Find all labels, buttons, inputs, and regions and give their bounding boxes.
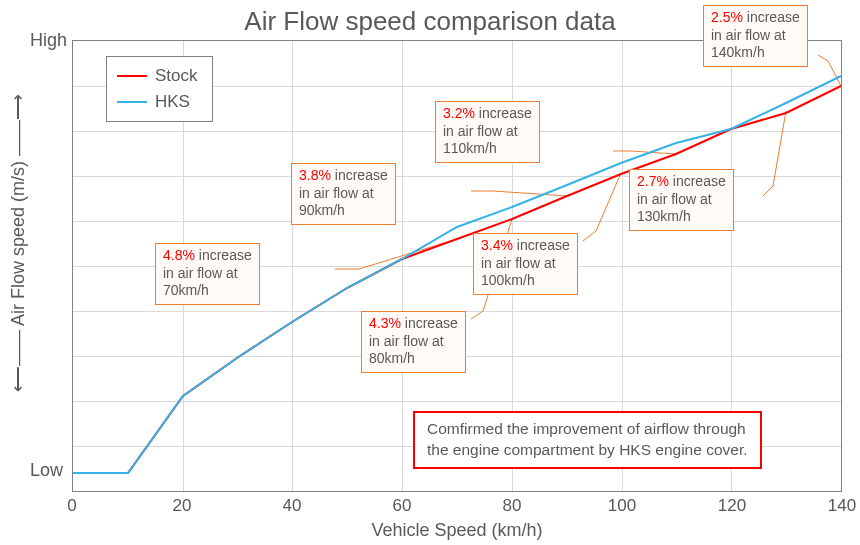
annot-100: 3.4% increasein air flow at100km/h — [473, 233, 578, 295]
x-tick: 140 — [828, 496, 856, 516]
legend-label-hks: HKS — [155, 89, 190, 115]
y-axis-label-wrap: ⟵―― Air Flow speed (m/s) ――⟶ — [6, 0, 30, 485]
annot-70: 4.8% increasein air flow at70km/h — [155, 243, 260, 305]
x-tick: 60 — [393, 496, 412, 516]
legend-swatch-hks — [117, 101, 147, 103]
x-tick: 120 — [718, 496, 746, 516]
x-axis-label: Vehicle Speed (km/h) — [72, 520, 842, 541]
legend: Stock HKS — [106, 56, 213, 122]
legend-swatch-stock — [117, 75, 147, 77]
annot-110: 3.2% increasein air flow at110km/h — [435, 101, 540, 163]
annot-140: 2.5% increasein air flow at140km/h — [703, 5, 808, 67]
legend-item-stock: Stock — [117, 63, 198, 89]
caption-box: Comfirmed the improvement of airflow thr… — [413, 411, 762, 469]
x-tick: 40 — [283, 496, 302, 516]
x-axis-ticks: 0 20 40 60 80 100 120 140 — [72, 496, 842, 516]
legend-label-stock: Stock — [155, 63, 198, 89]
x-tick: 80 — [503, 496, 522, 516]
annot-130: 2.7% increasein air flow at130km/h — [629, 169, 734, 231]
x-tick: 100 — [608, 496, 636, 516]
annot-90: 3.8% increasein air flow at90km/h — [291, 163, 396, 225]
y-axis-label: ⟵―― Air Flow speed (m/s) ――⟶ — [7, 93, 29, 391]
y-tick-high: High — [30, 30, 67, 51]
legend-item-hks: HKS — [117, 89, 198, 115]
chart-container: Air Flow speed comparison data ⟵―― Air F… — [0, 0, 860, 545]
x-tick: 20 — [173, 496, 192, 516]
annot-80: 4.3% increasein air flow at80km/h — [361, 311, 466, 373]
x-tick: 0 — [67, 496, 76, 516]
y-tick-low: Low — [30, 460, 63, 481]
